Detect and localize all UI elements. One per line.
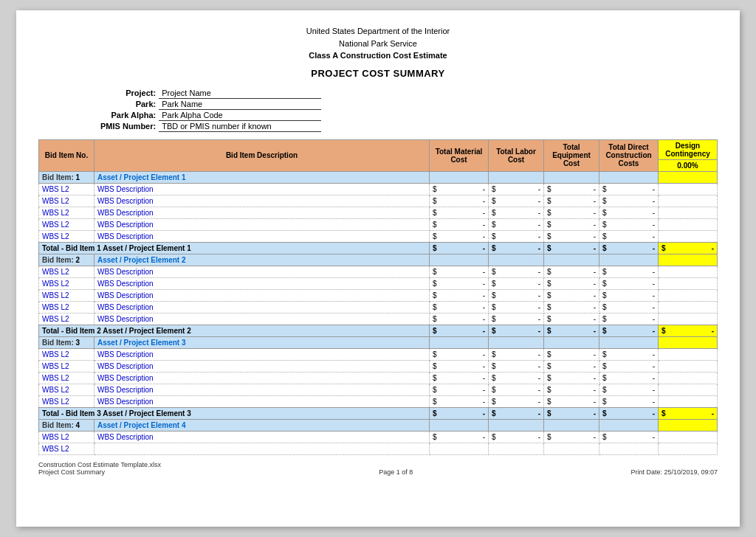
dollar-sign: $ xyxy=(547,232,551,240)
bid-element-name: Asset / Project Element 3 xyxy=(97,339,186,347)
dollar-sign: $ xyxy=(433,197,437,205)
bid-element-name: Asset / Project Element 4 xyxy=(97,421,186,429)
dollar-sign: $ xyxy=(602,221,607,229)
value-cell: $ - xyxy=(430,277,489,289)
wbs-desc-cell: WBS Description xyxy=(94,277,430,289)
dollar-value: - xyxy=(475,398,485,406)
wbs-level-label: WBS L2 xyxy=(42,291,69,299)
value-cell: $ - xyxy=(489,277,544,289)
wbs-design-cont xyxy=(659,348,718,360)
bid-header-direct xyxy=(599,171,659,183)
value-cell: $ - xyxy=(430,242,489,254)
value-cell: $ - xyxy=(430,384,489,395)
dollar-sign: $ xyxy=(602,303,607,311)
dollar-sign: $ xyxy=(602,244,607,252)
value-cell: $ - xyxy=(544,277,599,289)
wbs-description: WBS Description xyxy=(97,209,154,217)
wbs-level-label: WBS L2 xyxy=(42,268,69,276)
dollar-sign: $ xyxy=(547,433,551,441)
value-cell: $ - xyxy=(544,313,599,325)
header-equipment-cost: Total Equipment Cost xyxy=(544,139,599,171)
value-cell: $ - xyxy=(599,242,659,254)
cost-summary-table: Bid Item No. Bid Item Description Total … xyxy=(38,139,718,455)
dollar-sign: $ xyxy=(492,185,496,193)
dollar-sign: $ xyxy=(492,209,496,217)
wbs-equipment xyxy=(544,443,599,454)
dollar-value: - xyxy=(645,209,655,217)
dollar-value: - xyxy=(645,291,655,299)
bid-header-design-cont xyxy=(659,336,718,348)
bid-header-direct xyxy=(599,336,659,348)
dollar-sign: $ xyxy=(547,209,551,217)
bid-item-label: Bid Item: xyxy=(42,173,74,181)
dollar-value: - xyxy=(585,303,596,311)
wbs-description: WBS Description xyxy=(97,315,154,323)
dollar-sign: $ xyxy=(547,244,551,252)
dollar-value: - xyxy=(530,291,540,299)
agency-line2: National Park Service xyxy=(38,38,718,50)
dollar-sign: $ xyxy=(492,350,496,358)
dollar-value: - xyxy=(645,197,655,205)
wbs-desc-cell: WBS Description xyxy=(94,431,430,443)
dollar-sign: $ xyxy=(492,221,496,229)
value-cell: $ - xyxy=(599,431,659,443)
bid-header-material xyxy=(430,254,489,266)
wbs-design-cont xyxy=(659,301,718,313)
dollar-sign: $ xyxy=(547,386,551,394)
dollar-sign: $ xyxy=(602,185,607,193)
dollar-value: - xyxy=(475,350,485,358)
dollar-value: - xyxy=(530,362,540,370)
park-alpha-label: Park Alpha: xyxy=(97,109,159,120)
wbs-level-label: WBS L2 xyxy=(42,362,69,370)
dollar-value: - xyxy=(475,409,485,418)
dollar-value: - xyxy=(585,197,596,205)
dollar-sign: $ xyxy=(602,362,607,370)
bid-element-name-cell: Asset / Project Element 3 xyxy=(94,336,430,348)
dollar-sign: $ xyxy=(547,221,551,229)
dollar-value: - xyxy=(475,280,485,288)
total-design-cont: $ - xyxy=(659,407,718,419)
bid-header-labor xyxy=(489,336,544,348)
wbs-description: WBS Description xyxy=(97,362,154,370)
wbs-design-cont xyxy=(659,183,718,195)
dollar-sign: $ xyxy=(547,268,551,276)
dollar-sign: $ xyxy=(492,232,496,240)
value-cell: $ - xyxy=(430,360,489,372)
dollar-value: - xyxy=(645,280,655,288)
dollar-sign: $ xyxy=(602,291,607,299)
wbs-level-label: WBS L2 xyxy=(42,221,69,229)
dollar-sign: $ xyxy=(492,291,496,299)
dollar-value: - xyxy=(475,303,485,311)
value-cell: $ - xyxy=(599,207,659,218)
value-cell: $ - xyxy=(599,313,659,325)
wbs-desc-cell: WBS Description xyxy=(94,384,430,395)
value-cell: $ - xyxy=(489,183,544,195)
dollar-value: - xyxy=(475,268,485,276)
wbs-direct xyxy=(599,443,659,454)
dollar-value: - xyxy=(475,197,485,205)
dollar-value: - xyxy=(645,268,655,276)
wbs-level-label: WBS L2 xyxy=(42,280,69,288)
dollar-value: - xyxy=(585,221,596,229)
dollar-value: - xyxy=(585,374,596,382)
dollar-sign: $ xyxy=(547,362,551,370)
value-cell: $ - xyxy=(599,325,659,336)
value-cell: $ - xyxy=(489,407,544,419)
value-cell: $ - xyxy=(489,195,544,207)
dollar-value: - xyxy=(530,268,540,276)
dollar-value: - xyxy=(585,350,596,358)
wbs-description: WBS Description xyxy=(97,374,154,382)
bid-header-labor xyxy=(489,254,544,266)
footer-left: Construction Cost Estimate Template.xlsx… xyxy=(38,461,161,476)
percent-cell: 0.00% xyxy=(659,159,718,171)
wbs-description: WBS Description xyxy=(97,268,154,276)
bid-header-labor xyxy=(489,171,544,183)
total-row-label: Total - Bid Item 2 Asset / Project Eleme… xyxy=(39,325,430,336)
dollar-value: - xyxy=(475,374,485,382)
wbs-level-cell: WBS L2 xyxy=(39,348,94,360)
value-cell: $ - xyxy=(544,395,599,407)
dollar-sign: $ xyxy=(602,409,607,418)
wbs-description: WBS Description xyxy=(97,197,154,205)
dollar-sign: $ xyxy=(547,303,551,311)
value-cell: $ - xyxy=(599,301,659,313)
